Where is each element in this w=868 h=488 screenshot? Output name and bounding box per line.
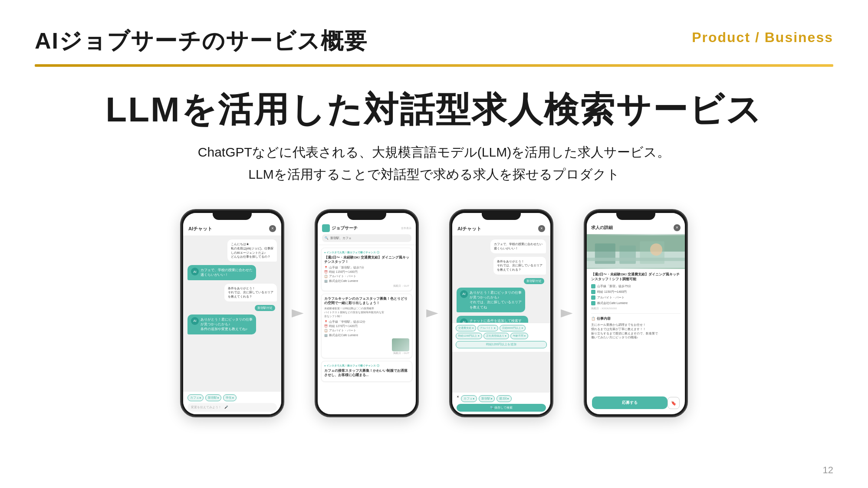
- main-heading: LLMを活用した対話型求人検索サービス: [35, 91, 833, 129]
- chat-bubble: こんにちは★私の名前はjob(ジョビ)。仕事探しのAIエージェントだよ♪どんなお…: [227, 239, 277, 262]
- joblist-search[interactable]: 🔍 新宿駅、カフェ: [322, 234, 411, 242]
- sub-heading: ChatGPTなどに代表される、大規模言語モデル(LLM)を活用した求人サービス…: [35, 141, 833, 185]
- type-icon: [591, 295, 595, 300]
- filter-chip[interactable]: 時給1200円以上 ●: [456, 333, 482, 339]
- filter-chip[interactable]: 交通費支給 ●: [456, 325, 476, 331]
- job-info: 📍 山手線「新宿駅」徒歩7分 ⏰ 時給 1150円〜1400円 📋 アルバイト・…: [324, 265, 409, 284]
- joblist-logo: ジョブサーチ 全件表示: [322, 224, 411, 232]
- chat-tags: ✕ カフェ● 新宿駅● 週2回●: [457, 395, 546, 402]
- sub-heading-line1: ChatGPTなどに代表される、大規模言語モデル(LLM)を活用した求人サービス…: [35, 141, 833, 163]
- phone4-screen: 求人の詳細: [587, 213, 685, 414]
- phone3-wrapper: AIチャット カフェで、学校の授業に合わせたい週くらいがいい！ 条件をありがとう…: [449, 209, 553, 417]
- phone4: 求人の詳細: [584, 209, 688, 417]
- chat-tag[interactable]: 週2回●: [496, 395, 511, 402]
- phone3-notch: [482, 210, 521, 220]
- filter-chip[interactable]: アルバイト ●: [477, 325, 498, 331]
- phone3-chat-footer: ✕ カフェ● 新宿駅● 週2回● 🔍 保存して検索: [452, 392, 550, 414]
- phone3: AIチャット カフェで、学校の授業に合わせたい週くらいがいい！ 条件をありがとう…: [449, 209, 553, 417]
- phone2: ジョブサーチ 全件表示 🔍 新宿駅、カフェ ● インスタで人気！株カフェで稼ぐチ…: [315, 209, 419, 417]
- phone1-close-btn[interactable]: [269, 225, 276, 232]
- page-title: AIジョブサーチのサービス概要: [35, 26, 368, 56]
- add-condition-button[interactable]: 時給1200円以上を追加: [456, 341, 547, 348]
- filter-chip[interactable]: 日給9000円以上 ●: [500, 325, 526, 331]
- bookmark-button[interactable]: 🔖: [667, 397, 680, 409]
- svg-marker-2: [561, 309, 573, 317]
- phone2-joblist-body: ● インスタで人気！株カフェで稼ぐチャンス ⓘ 【週2日〜・未経験OK! 交通費…: [318, 245, 416, 384]
- location-tag: 新宿駅付近: [524, 278, 544, 284]
- chat-tag[interactable]: カフェ●: [187, 394, 204, 401]
- phone4-close-btn[interactable]: [674, 224, 681, 231]
- svg-rect-8: [587, 258, 685, 261]
- phone3-close-btn[interactable]: [538, 225, 545, 232]
- chat-bubble: AI カフェで、学校の授業に合わせた週くらいがいい！: [187, 265, 256, 280]
- phone4-header-title: 求人の詳細: [591, 225, 613, 231]
- phone2-screen: ジョブサーチ 全件表示 🔍 新宿駅、カフェ ● インスタで人気！株カフェで稼ぐチ…: [318, 213, 416, 414]
- chat-tag[interactable]: 新宿駅●: [479, 395, 495, 402]
- logo-text: ジョブサーチ: [332, 225, 358, 231]
- chat-avatar: AI: [460, 290, 468, 298]
- phone1-screen: AIチャット こんにちは★私の名前はjob(ジョビ)。仕事探しのAIエージェント…: [183, 213, 281, 414]
- job-title: カフェの接客スタッフ大募集！かわいい制服でお洒落させし、お客様に心躍まる...: [324, 369, 409, 377]
- job-title: 【週2日〜・未経験OK! 交通費支給】ダイニング風キッチンスタッフ！: [324, 255, 409, 264]
- chat-avatar: AI: [191, 317, 199, 325]
- arrow2: [419, 301, 449, 325]
- filter-chip[interactable]: 年齢不問 ●: [510, 333, 528, 339]
- sub-heading-line2: LLMを活用することで対話型で求める求人を探せるプロダクト: [35, 163, 833, 185]
- job-title: カラフルキッチンのカフェスタッフ募集！色とりどりの空間で一緒に彩り出しましょう！: [324, 297, 409, 305]
- chat-avatar: AI: [460, 318, 468, 323]
- phone4-detail-body: 【週2日〜・未経験OK! 交通費支給】ダイニング風キッチンスタッフ！シフト調整可…: [587, 269, 685, 343]
- section-work-content: 主にホール業務から調理までをお任せ！ 慣れるまでは先輩が丁寧に教えます！！ 振り…: [591, 323, 681, 340]
- page: AIジョブサーチのサービス概要 Product / Business LLMを活…: [0, 0, 868, 488]
- chat-tags: カフェ● 新宿駅● 学生●: [187, 394, 277, 401]
- chat-tag[interactable]: 学生●: [223, 394, 236, 401]
- arrow3: [553, 301, 584, 325]
- job-info: 📍 山手線「学情駅」徒歩12分 ⏰ 時給 1270円〜1420円 📋 アルバイト…: [324, 320, 409, 338]
- chat-input[interactable]: 変更を伝えてみよう！ 🎤: [187, 403, 277, 412]
- phone4-notch: [616, 210, 655, 220]
- phone3-chat-body: カフェで、学校の授業に合わせたい週くらいがいい！ 条件をありがとう！それでは、次…: [452, 236, 550, 323]
- chat-bubble: AI ありがとう！君にピッタリの仕事が見つかったかも♪それでは、次に探しているエ…: [457, 288, 525, 312]
- chat-tag[interactable]: 新宿駅●: [205, 394, 221, 401]
- detail-info-type: アルバイト・パート: [591, 295, 681, 300]
- phone3-chat-title: AIチャット: [457, 226, 481, 232]
- phone2-wrapper: ジョブサーチ 全件表示 🔍 新宿駅、カフェ ● インスタで人気！株カフェで稼ぐチ…: [315, 209, 419, 417]
- phone4-wrapper: 求人の詳細: [584, 209, 688, 417]
- job-card[interactable]: カラフルキッチンのカフェスタッフ募集！色とりどりの空間で一緒に彩り出しましょう！…: [321, 294, 412, 358]
- apply-button[interactable]: 応募する: [592, 396, 667, 409]
- phone2-notch: [347, 210, 386, 220]
- chat-bubble: カフェで、学校の授業に合わせたい週くらいがいい！: [490, 239, 546, 253]
- phone4-job-title: 【週2日〜・未経験OK! 交通費支給】ダイニング風キッチンスタッフ！シフト調整可…: [591, 272, 681, 282]
- company-icon: [591, 301, 595, 305]
- chat-bubble: AI ありがとう！君にピッタリの仕事が見つかったかも♪条件の追加や変更も教えてね…: [187, 314, 256, 334]
- wage-icon: [591, 290, 595, 294]
- phone1-chat-body: こんにちは★私の名前はjob(ジョビ)。仕事探しのAIエージェントだよ♪どんなお…: [183, 236, 281, 398]
- logo-icon: [322, 224, 330, 232]
- filter-area: 交通費支給 ● アルバイト ● 日給9000円以上 ● 時給1200円以上 ● …: [452, 323, 550, 352]
- detail-divider: [591, 313, 681, 314]
- chat-tag[interactable]: カフェ●: [461, 395, 477, 402]
- phone4-image: [587, 234, 685, 269]
- svg-marker-0: [292, 309, 304, 317]
- header: AIジョブサーチのサービス概要 Product / Business: [35, 26, 833, 56]
- location-icon: [591, 284, 595, 288]
- category-label: Product / Business: [692, 26, 833, 46]
- svg-rect-6: [619, 246, 636, 264]
- location-tag: 新宿駅付近: [255, 305, 275, 311]
- svg-point-9: [650, 243, 662, 255]
- phone3-screen: AIチャット カフェで、学校の授業に合わせたい週くらいがいい！ 条件をありがとう…: [452, 213, 550, 414]
- svg-marker-1: [426, 309, 438, 317]
- phone1-wrapper: AIチャット こんにちは★私の名前はjob(ジョビ)。仕事探しのAIエージェント…: [180, 209, 284, 417]
- chat-bubble: AI チャットに条件を追加して検索するよ♪: [457, 316, 528, 323]
- phone1-notch: [213, 210, 252, 220]
- phones-section: AIチャット こんにちは★私の名前はjob(ジョビ)。仕事探しのAIエージェント…: [35, 209, 833, 417]
- chat-avatar: AI: [191, 268, 199, 275]
- job-card[interactable]: ● インスタで人気！株カフェで稼ぐチャンス ⓘ カフェの接客スタッフ大募集！かわ…: [321, 361, 412, 382]
- gold-divider: [35, 64, 833, 67]
- job-info: 未経験者歓迎！12時以降は〇〇の採用確率バイトテスト規制などの安全な規制等外観光…: [324, 307, 409, 318]
- job-card[interactable]: ● インスタで人気！株カフェで稼ぐチャンス ⓘ 【週2日〜・未経験OK! 交通費…: [321, 248, 412, 291]
- detail-info-company: 株式会社Cafe Lumiere: [591, 301, 681, 305]
- section-title-work: 📋 仕事内容: [591, 316, 681, 321]
- chat-bubble: 条件をありがとう！それでは、次に探しているエリアを教えてくれる？: [493, 257, 546, 275]
- search-button[interactable]: 🔍 保存して検索: [457, 404, 546, 412]
- filter-chip[interactable]: 正社員登録あり ●: [483, 333, 509, 339]
